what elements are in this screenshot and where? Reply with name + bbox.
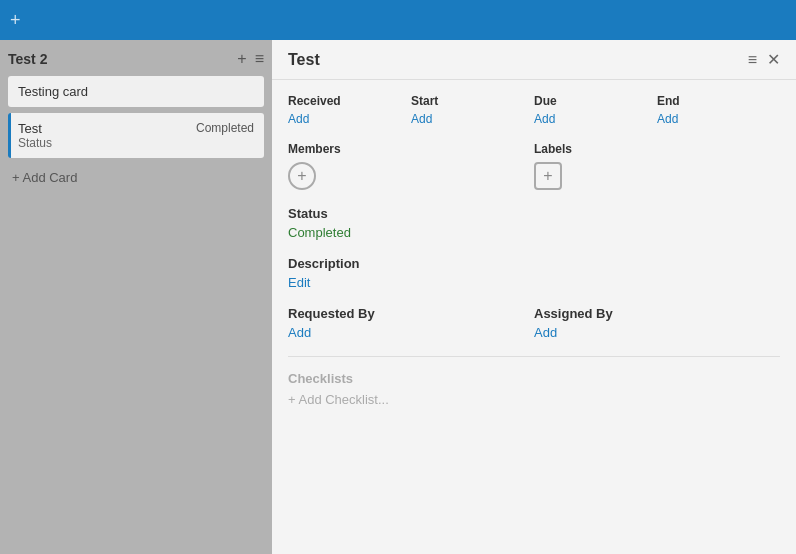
column-menu-button[interactable]: ≡ [255,50,264,68]
board-column: Test 2 + ≡ Testing card Test Status Comp… [0,40,272,554]
date-due-label: Due [534,94,657,108]
date-start: Start Add [411,94,534,126]
selected-card-left: Test Status [18,121,52,150]
detail-menu-button[interactable]: ≡ [748,51,757,69]
selected-card-title: Test [18,121,52,136]
description-label: Description [288,256,780,271]
selected-card-status-label: Status [18,136,52,150]
detail-header-actions: ≡ ✕ [748,50,780,69]
members-add-button[interactable]: + [288,162,316,190]
labels-add-button[interactable]: + [534,162,562,190]
detail-close-button[interactable]: ✕ [767,50,780,69]
plain-card[interactable]: Testing card [8,76,264,107]
date-start-add[interactable]: Add [411,112,432,126]
members-label: Members [288,142,534,156]
date-end: End Add [657,94,780,126]
members-add-icon: + [297,167,306,185]
divider [288,356,780,357]
column-actions: + ≡ [237,50,264,68]
status-section: Status Completed [288,206,780,240]
date-end-add[interactable]: Add [657,112,678,126]
selected-card-inner: Test Status Completed [18,121,254,150]
requested-by-add[interactable]: Add [288,325,311,340]
labels-label: Labels [534,142,780,156]
detail-panel: Test ≡ ✕ Received Add Start Add Due [272,40,796,554]
assigned-by-label: Assigned By [534,306,780,321]
checklists-section: Checklists + Add Checklist... [288,371,780,407]
labels-add-icon: + [543,167,552,185]
date-due-add[interactable]: Add [534,112,555,126]
status-value: Completed [288,225,351,240]
plain-card-title: Testing card [18,84,88,99]
main-area: Test 2 + ≡ Testing card Test Status Comp… [0,40,796,554]
assigned-by-add[interactable]: Add [534,325,557,340]
description-section: Description Edit [288,256,780,290]
req-row: Requested By Add Assigned By Add [288,306,780,340]
requested-by-label: Requested By [288,306,534,321]
assigned-by-section: Assigned By Add [534,306,780,340]
add-checklist-button[interactable]: + Add Checklist... [288,392,389,407]
top-bar: + [0,0,796,40]
date-end-label: End [657,94,780,108]
labels-section: Labels + [534,142,780,190]
date-received-label: Received [288,94,411,108]
top-bar-plus-button[interactable]: + [10,10,21,31]
status-label: Status [288,206,780,221]
column-add-button[interactable]: + [237,50,246,68]
detail-body: Received Add Start Add Due Add End Add [272,80,796,554]
meta-row: Members + Labels + [288,142,780,190]
column-title: Test 2 [8,51,47,67]
selected-card[interactable]: Test Status Completed [8,113,264,158]
date-due: Due Add [534,94,657,126]
selected-card-status-value: Completed [196,121,254,135]
detail-title: Test [288,51,320,69]
requested-by-section: Requested By Add [288,306,534,340]
add-card-button[interactable]: + Add Card [8,164,264,191]
date-received-add[interactable]: Add [288,112,309,126]
checklists-label: Checklists [288,371,780,386]
date-received: Received Add [288,94,411,126]
date-start-label: Start [411,94,534,108]
detail-header: Test ≡ ✕ [272,40,796,80]
dates-row: Received Add Start Add Due Add End Add [288,94,780,126]
members-section: Members + [288,142,534,190]
column-header: Test 2 + ≡ [8,50,264,68]
description-edit-button[interactable]: Edit [288,275,310,290]
